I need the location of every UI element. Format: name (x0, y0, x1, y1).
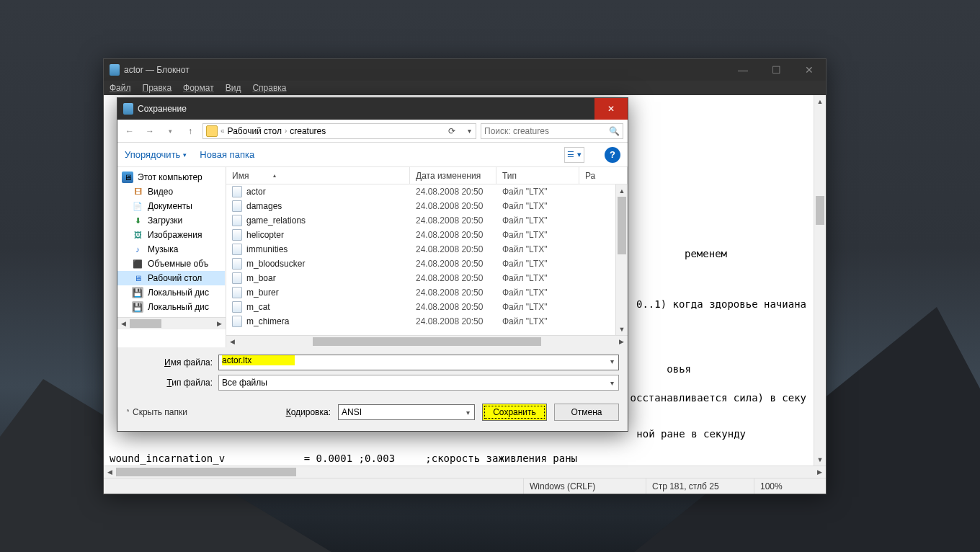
tree-item[interactable]: 💾Локальный дис (117, 300, 225, 314)
tree-item[interactable]: ♪Музыка (117, 242, 225, 257)
close-button[interactable]: ✕ (793, 59, 826, 81)
scroll-right-icon[interactable]: ▶ (213, 318, 226, 329)
breadcrumb-item[interactable]: creatures (290, 126, 326, 136)
file-date: 24.08.2008 20:50 (410, 230, 496, 240)
column-size[interactable]: Ра (579, 167, 628, 184)
scroll-right-icon[interactable]: ▶ (814, 466, 826, 478)
horizontal-scrollbar[interactable]: ◀ ▶ (104, 466, 826, 478)
file-icon (232, 200, 242, 212)
file-name: damages (246, 201, 282, 211)
back-button[interactable]: ← (122, 123, 138, 139)
scrollbar-thumb[interactable] (618, 197, 626, 254)
tree-item[interactable]: 💾Локальный дис (117, 285, 225, 300)
docs-icon: 📄 (132, 200, 143, 212)
refresh-icon[interactable]: ⟳ (448, 126, 455, 136)
scrollbar-thumb[interactable] (313, 337, 541, 346)
maximize-button[interactable]: ☐ (760, 59, 793, 81)
scroll-left-icon[interactable]: ◀ (117, 318, 130, 329)
text-fragment: ной ране в секунду (636, 427, 746, 441)
dialog-titlebar[interactable]: Сохранение ✕ (117, 98, 628, 120)
menu-format[interactable]: Формат (183, 83, 214, 93)
file-type: Файл "LTX" (496, 302, 579, 312)
scroll-left-icon[interactable]: ◀ (104, 466, 116, 478)
filename-input[interactable]: actor.ltx ▾ (218, 355, 619, 370)
minimize-button[interactable]: — (726, 59, 760, 81)
dialog-title: Сохранение (138, 104, 187, 114)
search-icon[interactable]: 🔍 (609, 126, 620, 136)
file-row[interactable]: damages24.08.2008 20:50Файл "LTX" (226, 199, 615, 213)
tree-item[interactable]: 🖥Рабочий стол (117, 271, 225, 285)
scroll-down-icon[interactable]: ▼ (814, 453, 826, 466)
chevron-down-icon[interactable]: ▾ (468, 127, 471, 135)
organize-button[interactable]: Упорядочить ▾ (125, 149, 187, 160)
scrollbar-thumb[interactable] (116, 468, 296, 476)
scroll-down-icon[interactable]: ▼ (616, 323, 628, 335)
forward-button[interactable]: → (142, 123, 158, 139)
file-row[interactable]: m_burer24.08.2008 20:50Файл "LTX" (226, 285, 615, 300)
scrollbar-thumb[interactable] (816, 196, 824, 225)
notepad-icon (110, 64, 120, 76)
horizontal-scrollbar[interactable]: ◀ ▶ (226, 335, 628, 347)
encoding-select[interactable]: ANSI (338, 404, 475, 420)
vertical-scrollbar[interactable]: ▲ ▼ (814, 95, 826, 466)
filename-area: Имя файла: actor.ltx ▾ Тип файла: Все фа… (117, 347, 628, 396)
chevron-up-icon: ˄ (126, 409, 130, 417)
folder-icon (206, 125, 218, 137)
nav-tree: 🖥Этот компьютер🎞Видео📄Документы⬇Загрузки… (117, 167, 226, 317)
file-row[interactable]: game_relations24.08.2008 20:50Файл "LTX" (226, 213, 615, 228)
column-type[interactable]: Тип (496, 167, 579, 184)
file-row[interactable]: m_cat24.08.2008 20:50Файл "LTX" (226, 300, 615, 314)
scroll-up-icon[interactable]: ▲ (616, 184, 628, 197)
file-date: 24.08.2008 20:50 (410, 201, 496, 211)
tree-item[interactable]: 🖥Этот компьютер (117, 170, 225, 184)
breadcrumb[interactable]: « Рабочий стол › creatures ⟳ ▾ (202, 123, 476, 139)
recent-dropdown-icon[interactable]: ▾ (162, 123, 178, 139)
tree-item[interactable]: 📄Документы (117, 199, 225, 213)
new-folder-button[interactable]: Новая папка (200, 149, 254, 160)
file-row[interactable]: m_chimera24.08.2008 20:50Файл "LTX" (226, 314, 615, 329)
file-type: Файл "LTX" (496, 273, 579, 283)
tree-hscroll[interactable]: ◀ ▶ (117, 317, 226, 329)
filetype-select[interactable]: Все файлы (218, 375, 619, 391)
scroll-up-icon[interactable]: ▲ (814, 95, 826, 107)
tree-item[interactable]: 🖼Изображения (117, 228, 225, 242)
search-input[interactable]: 🔍 (481, 123, 623, 139)
status-encoding: Windows (CRLF) (523, 478, 646, 494)
window-title: actor — Блокнот (124, 65, 190, 75)
tree-item[interactable]: 🎞Видео (117, 184, 225, 199)
help-icon[interactable]: ? (605, 147, 620, 163)
hide-folders-label: Скрыть папки (133, 407, 187, 417)
file-row[interactable]: helicopter24.08.2008 20:50Файл "LTX" (226, 228, 615, 242)
scroll-right-icon[interactable]: ▶ (615, 336, 628, 347)
up-button[interactable]: ↑ (182, 123, 198, 139)
save-button[interactable]: Сохранить (482, 404, 547, 421)
scrollbar-thumb[interactable] (130, 319, 161, 328)
menu-edit[interactable]: Правка (143, 83, 172, 93)
menu-help[interactable]: Справка (252, 83, 286, 93)
column-name[interactable]: Имя (226, 167, 410, 184)
mus-icon: ♪ (132, 244, 143, 255)
chevron-down-icon[interactable]: ▾ (610, 357, 614, 365)
view-mode-button[interactable]: ☰ ▾ (564, 147, 584, 163)
file-row[interactable]: immunities24.08.2008 20:50Файл "LTX" (226, 242, 615, 257)
file-row[interactable]: actor24.08.2008 20:50Файл "LTX" (226, 184, 615, 199)
notepad-titlebar[interactable]: actor — Блокнот — ☐ ✕ (104, 59, 826, 81)
file-row[interactable]: m_bloodsucker24.08.2008 20:50Файл "LTX" (226, 257, 615, 271)
vertical-scrollbar[interactable]: ▲ ▼ (615, 184, 628, 335)
close-button[interactable]: ✕ (594, 98, 628, 120)
tree-item[interactable]: ⬛Объемные объ (117, 257, 225, 271)
cancel-button[interactable]: Отмена (554, 404, 619, 421)
filename-label: Имя файла: (126, 357, 213, 368)
hide-folders-toggle[interactable]: ˄ Скрыть папки (126, 407, 187, 417)
column-headers: Имя Дата изменения Тип Ра (226, 167, 628, 184)
search-field[interactable] (484, 126, 609, 136)
tree-item[interactable]: ⬇Загрузки (117, 213, 225, 228)
column-date[interactable]: Дата изменения (410, 167, 496, 184)
monitor-icon: 🖥 (122, 172, 133, 183)
breadcrumb-item[interactable]: Рабочий стол (228, 126, 282, 136)
file-row[interactable]: m_boar24.08.2008 20:50Файл "LTX" (226, 271, 615, 285)
menu-view[interactable]: Вид (226, 83, 241, 93)
img-icon: 🖼 (132, 229, 143, 241)
menu-file[interactable]: Файл (110, 83, 131, 93)
scroll-left-icon[interactable]: ◀ (226, 336, 239, 347)
